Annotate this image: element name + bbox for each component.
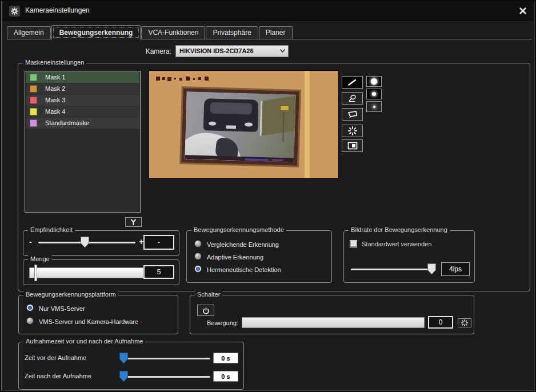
tab-bewegungserkennung[interactable]: Bewegungserkennung — [51, 25, 141, 39]
sensitivity-slider-thumb[interactable] — [81, 237, 89, 247]
preview-road-sign — [279, 105, 289, 111]
platform-legend: Bewegungserkennungsplattform — [23, 291, 118, 298]
framerate-value-box: 4ips — [441, 262, 470, 276]
preview-headlight — [209, 122, 217, 126]
pre-recording-slider-thumb[interactable] — [119, 353, 128, 363]
mask-list-item[interactable]: Mask 2 — [26, 83, 139, 94]
camera-selected-value: HIKVISION IDS-2CD7A26 — [179, 47, 254, 54]
mask-list-item[interactable]: Mask 1 — [26, 72, 139, 83]
sensitivity-value-box: - — [143, 235, 174, 250]
motion-level-bar — [242, 317, 425, 328]
mask-settings-group: Maskeneinstellungen Mask 1 Mask 2 Mask 3… — [18, 63, 530, 291]
window-title: Kameraeinstellungen — [25, 1, 90, 20]
brush-size-small-button[interactable] — [366, 101, 382, 112]
post-recording-label: Zeit nach der Aufnahme — [25, 373, 91, 379]
radio-label: Vergleichende Erkennung — [207, 241, 279, 248]
tab-planer[interactable]: Planer — [259, 26, 293, 39]
polygon-button[interactable] — [342, 108, 363, 121]
mask-settings-legend: Maskeneinstellungen — [23, 59, 86, 66]
amount-slider-thumb[interactable] — [34, 265, 37, 281]
sensitivity-legend: Empfindlichkeit — [28, 226, 75, 233]
radio-adaptive-erkennung[interactable] — [194, 253, 202, 260]
mask-color-swatch — [30, 74, 37, 81]
preview-wall-edge — [305, 71, 310, 178]
pen-icon — [347, 79, 358, 86]
framerate-slider-thumb[interactable] — [427, 263, 436, 274]
power-toggle-button[interactable] — [197, 305, 214, 316]
preview-timestamp-overlay — [156, 77, 160, 81]
pre-recording-slider-track[interactable] — [121, 358, 210, 359]
recording-time-legend: Aufnahmezeit vor und nach der Aufnahme — [23, 338, 145, 345]
close-icon[interactable] — [518, 6, 528, 16]
detection-method-group: Bewegungserkennungsmethode Vergleichende… — [186, 230, 332, 283]
radio-label: VMS-Server und Kamera-Hardware — [39, 318, 138, 325]
draw-pen-button[interactable] — [342, 76, 363, 89]
recording-time-group: Aufnahmezeit vor und nach der Aufnahme Z… — [18, 342, 244, 390]
preview-license-plate — [226, 125, 236, 129]
framerate-slider-track[interactable] — [351, 269, 435, 270]
brush-size-large-button[interactable] — [366, 76, 382, 87]
mask-clear-region[interactable] — [181, 88, 299, 166]
pre-recording-label: Zeit vor der Aufnahme — [25, 354, 86, 361]
amount-group: Menge 5 — [23, 259, 179, 285]
mask-list-item[interactable]: Mask 3 — [26, 95, 139, 106]
mask-color-swatch — [30, 85, 37, 93]
preview-overlay-mark — [272, 159, 283, 162]
platform-group: Bewegungserkennungsplattform Nur VMS-Ser… — [18, 295, 178, 334]
brush-dot-small — [373, 106, 375, 108]
mask-list-item[interactable]: Mask 4 — [26, 106, 139, 117]
fill-frame-button[interactable] — [342, 139, 363, 152]
radio-label: Hermeneutische Detektion — [207, 266, 281, 273]
mask-color-swatch — [30, 108, 37, 115]
post-recording-slider-thumb[interactable] — [119, 371, 128, 382]
mask-list-item[interactable]: Standardmaske — [26, 118, 139, 129]
refresh-button[interactable] — [342, 125, 363, 137]
eraser-button[interactable] — [342, 92, 363, 105]
radio-vms-und-kamera-hardware[interactable] — [26, 317, 34, 325]
radio-hermeneutische-detektion[interactable] — [194, 265, 202, 273]
eraser-icon — [347, 94, 358, 102]
switch-group: Schalter Bewegung: 0 — [190, 295, 474, 334]
polygon-icon — [347, 110, 358, 119]
mask-list[interactable]: Mask 1 Mask 2 Mask 3 Mask 4 Standardmask… — [25, 71, 141, 213]
mask-name: Standardmaske — [45, 118, 89, 129]
default-value-checkbox[interactable] — [350, 240, 357, 247]
tab-vca-funktionen[interactable]: VCA-Funktionen — [141, 26, 205, 39]
sensitivity-minus-label: - — [29, 237, 32, 246]
amount-slider-track[interactable] — [29, 267, 143, 278]
checkbox-label: Standardwert verwenden — [362, 241, 431, 247]
preview-overlay-mark — [245, 158, 269, 161]
dialog-window: Kameraeinstellungen Allgemein Bewegungse… — [0, 0, 536, 392]
mask-name: Mask 1 — [45, 72, 65, 83]
sensitivity-plus-label: + — [139, 237, 143, 246]
power-icon — [202, 307, 210, 314]
settings-gear-icon — [9, 6, 20, 17]
mask-color-swatch — [30, 119, 37, 127]
camera-select[interactable]: HIKVISION IDS-2CD7A26 — [175, 45, 289, 57]
mask-color-swatch — [30, 97, 37, 104]
post-recording-value-box: 0 s — [213, 371, 238, 382]
brush-dot-large — [371, 78, 377, 85]
tab-allgemein[interactable]: Allgemein — [7, 26, 51, 39]
motion-label: Bewegung: — [197, 319, 238, 326]
motion-value-box: 0 — [428, 316, 453, 329]
brush-size-medium-button[interactable] — [366, 89, 382, 99]
title-bar: Kameraeinstellungen — [2, 1, 534, 21]
camera-label: Kamera: — [121, 47, 171, 55]
radio-nur-vms-server[interactable] — [26, 304, 34, 311]
post-recording-slider-track[interactable] — [121, 376, 210, 378]
mask-tools-button[interactable] — [125, 217, 142, 227]
amount-value-box: 5 — [143, 265, 174, 279]
fill-frame-icon — [347, 142, 358, 150]
preview-grass-patch — [260, 95, 299, 137]
radio-vergleichende-erkennung[interactable] — [194, 240, 202, 247]
tab-bar: Allgemein Bewegungserkennung VCA-Funktio… — [7, 26, 531, 39]
tab-privatsphaere[interactable]: Privatsphäre — [206, 26, 258, 39]
sensitivity-group: Empfindlichkeit - + - — [23, 230, 179, 256]
wrench-icon — [130, 219, 137, 226]
motion-reset-button[interactable] — [458, 318, 471, 327]
mask-name: Mask 3 — [45, 95, 65, 106]
radio-label: Adaptive Erkennung — [207, 254, 263, 261]
chevron-down-icon — [280, 49, 285, 53]
camera-preview[interactable] — [149, 70, 339, 179]
